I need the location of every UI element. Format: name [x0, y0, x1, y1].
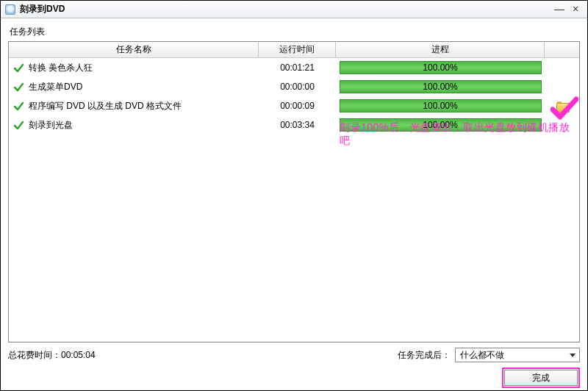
chevron-down-icon — [566, 348, 579, 362]
task-progress-cell: 100.00% — [336, 99, 545, 112]
total-time-value: 00:05:04 — [61, 350, 96, 360]
progress-text: 100.00% — [423, 82, 457, 92]
app-icon — [5, 4, 15, 15]
footer-row-1: 总花费时间： 00:05:04 任务完成后： 什么都不做 — [8, 347, 580, 363]
task-list-pane: 任务名称 运行时间 进程 转换 美色杀人狂00:01:21100.00%生成菜单… — [8, 41, 580, 342]
progress-bar: 100.00% — [340, 99, 542, 112]
table-row[interactable]: 刻录到光盘00:03:34100.00% — [9, 115, 579, 134]
table-row[interactable]: 生成菜单DVD00:00:00100.00% — [9, 77, 579, 96]
done-button-highlight: 完成 — [502, 367, 580, 388]
task-time-cell: 00:00:00 — [259, 82, 336, 92]
task-progress-cell: 100.00% — [336, 118, 545, 132]
after-complete-value: 什么都不做 — [456, 349, 566, 362]
task-name-cell: 转换 美色杀人狂 — [9, 62, 259, 74]
close-button[interactable]: × — [568, 4, 583, 15]
progress-bar: 100.00% — [340, 61, 542, 74]
task-rows: 转换 美色杀人狂00:01:21100.00%生成菜单DVD00:00:0010… — [9, 58, 579, 134]
check-icon — [13, 120, 24, 131]
done-button-label: 完成 — [532, 372, 550, 384]
table-row[interactable]: 转换 美色杀人狂00:01:21100.00% — [9, 58, 579, 77]
minimize-button[interactable]: — — [552, 4, 567, 15]
task-time-cell: 00:00:09 — [259, 101, 336, 111]
titlebar: 刻录到DVD — × — [1, 1, 587, 18]
task-extra-cell — [545, 101, 579, 111]
task-time-cell: 00:03:34 — [259, 120, 336, 130]
done-button[interactable]: 完成 — [504, 370, 578, 386]
total-time-label: 总花费时间： — [8, 349, 61, 362]
progress-text: 100.00% — [423, 120, 457, 130]
check-icon — [13, 82, 24, 93]
task-name: 程序编写 DVD 以及生成 DVD 格式文件 — [29, 100, 182, 112]
window-title: 刻录到DVD — [20, 3, 551, 15]
column-header-name[interactable]: 任务名称 — [9, 42, 259, 57]
task-name: 刻录到光盘 — [29, 119, 73, 132]
progress-text: 100.00% — [423, 62, 457, 73]
table-row[interactable]: 程序编写 DVD 以及生成 DVD 格式文件00:00:09100.00% — [9, 96, 579, 115]
folder-icon[interactable] — [556, 101, 568, 111]
progress-bar: 100.00% — [340, 80, 542, 93]
task-name: 生成菜单DVD — [29, 81, 82, 93]
task-name: 转换 美色杀人狂 — [29, 62, 93, 74]
column-header-progress[interactable]: 进程 — [336, 42, 545, 57]
column-header-extra[interactable] — [545, 42, 579, 57]
progress-text: 100.00% — [423, 101, 457, 111]
content-area: 任务列表 任务名称 运行时间 进程 转换 美色杀人狂00:01:21100.00… — [1, 18, 587, 390]
task-list-label: 任务列表 — [10, 26, 580, 38]
task-list-header: 任务名称 运行时间 进程 — [9, 42, 579, 58]
after-complete-label: 任务完成后： — [398, 349, 451, 362]
progress-bar: 100.00% — [340, 118, 542, 132]
after-complete-select[interactable]: 什么都不做 — [455, 348, 580, 362]
task-name-cell: 刻录到光盘 — [9, 119, 259, 132]
check-icon — [13, 62, 24, 73]
column-header-time[interactable]: 运行时间 — [259, 42, 336, 57]
task-progress-cell: 100.00% — [336, 61, 545, 74]
task-progress-cell: 100.00% — [336, 80, 545, 93]
footer-row-2: 完成 — [8, 367, 580, 388]
check-icon — [13, 101, 24, 112]
task-time-cell: 00:01:21 — [259, 62, 336, 73]
task-name-cell: 程序编写 DVD 以及生成 DVD 格式文件 — [9, 100, 259, 112]
task-name-cell: 生成菜单DVD — [9, 81, 259, 93]
